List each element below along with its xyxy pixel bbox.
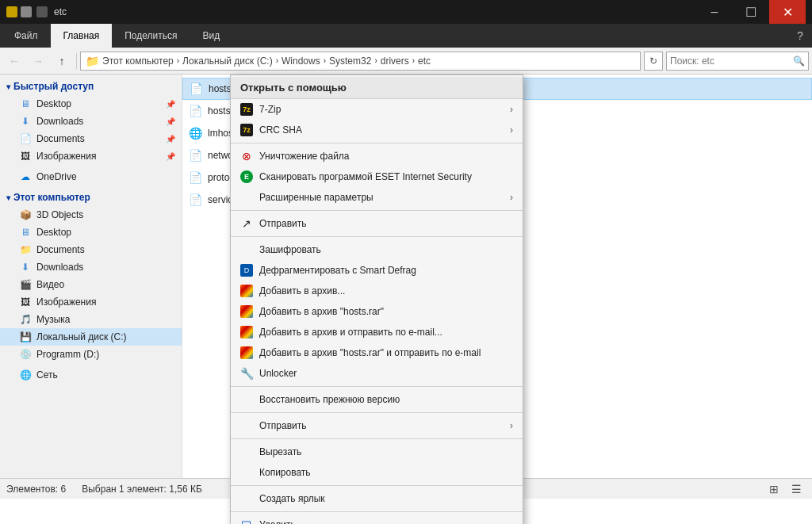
ctx-label-sendto2: Отправить — [259, 420, 504, 431]
ctx-item-defrag[interactable]: D Дефрагментировать с Smart Defrag — [231, 260, 523, 281]
sidebar-item-documents2[interactable]: 📁 Documents — [0, 241, 182, 258]
tab-view[interactable]: Вид — [190, 24, 232, 48]
tab-home[interactable]: Главная — [51, 24, 113, 48]
help-button[interactable]: ? — [788, 24, 812, 48]
eset-icon: E — [240, 170, 253, 183]
hosts-file-icon: 📄 — [190, 82, 202, 95]
window-title: etc — [54, 6, 696, 17]
context-menu: Открыть с помощью 7z 7-Zip › 7z CRC SHA … — [230, 75, 523, 524]
addr-localdisk: Локальный диск (C:) — [182, 55, 273, 67]
sidebar-item-music[interactable]: 🎵 Музыка — [0, 311, 182, 328]
close-button[interactable]: ✕ — [769, 0, 806, 24]
up-button[interactable]: ↑ — [51, 51, 73, 71]
sidebar-item-images2[interactable]: 🖼 Изображения — [0, 293, 182, 311]
addhostsmail-icon — [240, 346, 253, 359]
protocol-file-icon: 📄 — [189, 171, 201, 184]
back-button[interactable]: ← — [3, 51, 25, 71]
ctx-item-addmail[interactable]: Добавить в архив и отправить по e-mail..… — [231, 322, 523, 342]
addr-arrow3: › — [324, 56, 326, 65]
ctx-item-destroy[interactable]: ⊗ Уничтожение файла — [231, 146, 523, 166]
ctx-item-eset[interactable]: E Сканировать программой ESET Internet S… — [231, 166, 523, 187]
ctx-item-addarc[interactable]: Добавить в архив... — [231, 281, 523, 301]
ctx-header: Открыть с помощью — [231, 77, 523, 99]
ctx-item-restore[interactable]: Восстановить прежнюю версию — [231, 389, 523, 410]
onedrive-section: ☁ OneDrive — [0, 168, 182, 186]
sidebar-item-network[interactable]: 🌐 Сеть — [0, 366, 182, 384]
sidebar-item-desktop[interactable]: 🖥 Desktop 📌 — [0, 95, 182, 113]
ctx-item-addhosts[interactable]: Добавить в архив "hosts.rar" — [231, 301, 523, 322]
ctx-item-addhostsmail[interactable]: Добавить в архив "hosts.rar" и отправить… — [231, 342, 523, 363]
services-file-icon: 📄 — [189, 193, 201, 206]
ctx-item-copy[interactable]: Копировать — [231, 462, 523, 483]
sidebar-label-images: Изображения — [36, 151, 96, 162]
sidebar-label-network: Сеть — [36, 369, 58, 381]
forward-button[interactable]: → — [27, 51, 49, 71]
view-details-button[interactable]: ☰ — [787, 480, 806, 498]
network-section: 🌐 Сеть — [0, 366, 182, 384]
defrag-icon: D — [240, 264, 253, 277]
ctx-item-unlocker[interactable]: 🔧 Unlocker — [231, 363, 523, 384]
title-controls: – ☐ ✕ — [696, 0, 806, 24]
3d-icon: 📦 — [19, 208, 32, 221]
addr-system32: System32 — [329, 55, 371, 67]
unlocker-icon: 🔧 — [240, 367, 253, 380]
title-icon3 — [36, 6, 48, 17]
addr-folder-icon: 📁 — [86, 55, 99, 67]
ctx-item-advanced[interactable]: Расширенные параметры › — [231, 187, 523, 208]
addr-arrow4: › — [374, 56, 377, 65]
toolbar-separator — [76, 53, 77, 69]
address-bar[interactable]: 📁 Этот компьютер › Локальный диск (C:) ›… — [80, 52, 641, 71]
networks-file-icon: 📄 — [189, 149, 201, 162]
view-list-button[interactable]: ⊞ — [764, 480, 783, 498]
ctx-label-encrypt: Зашифровать — [259, 244, 513, 255]
sidebar-item-downloads[interactable]: ⬇ Downloads 📌 — [0, 113, 182, 130]
ribbon-tabs: Файл Главная Поделиться Вид ? — [0, 24, 812, 48]
downloads2-icon: ⬇ — [19, 261, 32, 273]
ctx-arrow-advanced: › — [510, 192, 513, 203]
ctx-label-delete: Удалить — [259, 519, 513, 524]
sidebar-label-desktop: Desktop — [36, 98, 71, 109]
sidebar-item-video[interactable]: 🎬 Видео — [0, 276, 182, 293]
ctx-item-cut[interactable]: Вырезать — [231, 442, 523, 462]
cut-icon — [240, 446, 253, 458]
file-list: 📄 hosts 📄 hosts 🌐 lmhosts 📄 networks 📄 p… — [182, 75, 812, 478]
quick-access-header: ▾ Быстрый доступ — [0, 78, 182, 95]
ctx-sep8 — [231, 511, 523, 512]
addr-thiscomputer: Этот компьютер — [102, 55, 174, 67]
ctx-item-encrypt[interactable]: Зашифровать — [231, 239, 523, 260]
ctx-item-crcsha[interactable]: 7z CRC SHA › — [231, 120, 523, 140]
sidebar-item-images[interactable]: 🖼 Изображения 📌 — [0, 147, 182, 165]
ctx-item-sendto2[interactable]: Отправить › — [231, 415, 523, 436]
tab-file[interactable]: Файл — [2, 24, 51, 48]
sidebar-item-desktop2[interactable]: 🖥 Desktop — [0, 224, 182, 241]
sidebar-item-localc[interactable]: 💾 Локальный диск (C:) — [0, 328, 182, 346]
ctx-item-delete[interactable]: 🛡 Удалить — [231, 514, 523, 524]
search-box[interactable]: 🔍 — [666, 52, 809, 71]
quick-access-section: ▾ Быстрый доступ 🖥 Desktop 📌 ⬇ Downloads… — [0, 78, 182, 165]
ctx-label-addhostsmail: Добавить в архив "hosts.rar" и отправить… — [259, 347, 513, 358]
ctx-label-addmail: Добавить в архив и отправить по e-mail..… — [259, 327, 513, 338]
sidebar-label-video: Видео — [36, 279, 64, 290]
ctx-arrow-sendto2: › — [510, 420, 513, 431]
sidebar-item-documents[interactable]: 📄 Documents 📌 — [0, 130, 182, 147]
selected-info: Выбран 1 элемент: 1,56 КБ — [82, 484, 202, 495]
ctx-item-sendto[interactable]: ↗ Отправить — [231, 213, 523, 234]
ctx-item-createshortcut[interactable]: Создать ярлык — [231, 488, 523, 509]
pin-icon-images: 📌 — [166, 152, 175, 161]
ctx-label-cut: Вырезать — [259, 446, 513, 457]
destroy-icon: ⊗ — [240, 150, 253, 163]
pin-icon-desktop: 📌 — [166, 100, 175, 109]
thiscomputer-section: ▾ Этот компьютер 📦 3D Objects 🖥 Desktop … — [0, 189, 182, 363]
tab-share[interactable]: Поделиться — [112, 24, 190, 48]
desktop2-icon: 🖥 — [19, 226, 32, 239]
maximize-button[interactable]: ☐ — [733, 0, 769, 24]
ctx-label-sendto: Отправить — [259, 218, 513, 229]
ctx-item-7zip[interactable]: 7z 7-Zip › — [231, 99, 523, 120]
sidebar-item-3d[interactable]: 📦 3D Objects — [0, 206, 182, 224]
sidebar-item-downloads2[interactable]: ⬇ Downloads — [0, 258, 182, 276]
sidebar-item-onedrive[interactable]: ☁ OneDrive — [0, 168, 182, 186]
sidebar-item-locald[interactable]: 💿 Programm (D:) — [0, 346, 182, 363]
search-input[interactable] — [670, 55, 793, 67]
refresh-button[interactable]: ↻ — [644, 52, 663, 71]
minimize-button[interactable]: – — [696, 0, 733, 24]
